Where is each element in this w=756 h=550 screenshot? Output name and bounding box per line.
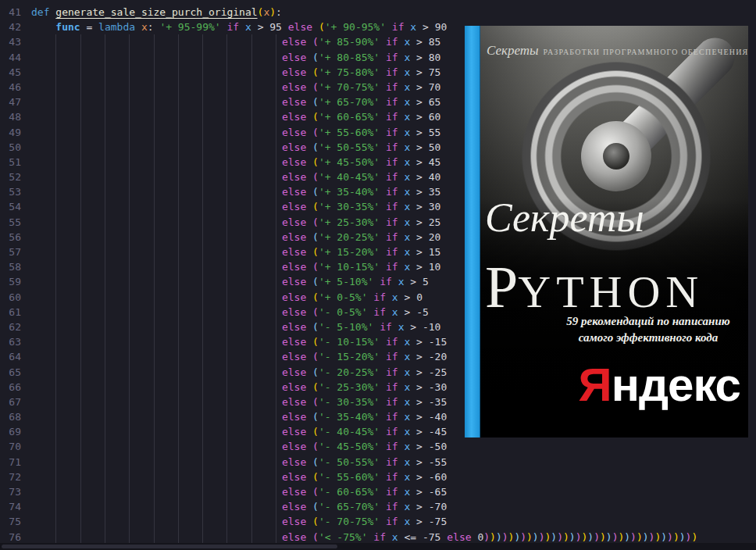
code-token: [306, 321, 312, 333]
line-number[interactable]: 53: [0, 184, 31, 199]
line-number[interactable]: 71: [0, 455, 31, 470]
code-token: lambda: [98, 21, 135, 33]
code-token: '+ 20-25%': [319, 231, 380, 243]
code-token: [392, 321, 398, 333]
line-number[interactable]: 60: [0, 290, 31, 305]
code-token: else: [282, 156, 306, 168]
code-line-72[interactable]: 72 else ('- 55-60%' if x > -60: [0, 470, 756, 484]
line-number[interactable]: 48: [0, 109, 31, 124]
code-token: else: [282, 96, 306, 108]
code-token: [31, 456, 282, 468]
code-token: if: [386, 471, 398, 483]
line-number[interactable]: 76: [0, 530, 31, 545]
code-text: else ('+ 55-60%' if x > 55: [31, 127, 440, 138]
line-number[interactable]: 75: [0, 514, 31, 529]
code-token: else: [282, 426, 306, 438]
line-number[interactable]: 41: [0, 5, 31, 20]
line-number[interactable]: 62: [0, 320, 31, 334]
line-number[interactable]: 68: [0, 409, 31, 424]
code-token: (: [312, 456, 319, 468]
line-number[interactable]: 43: [0, 34, 31, 49]
code-token: [306, 276, 312, 288]
code-token: [31, 36, 282, 48]
code-token: >: [410, 426, 428, 438]
code-line-71[interactable]: 71 else ('- 50-55%' if x > -55: [0, 455, 756, 470]
code-token: [31, 441, 282, 452]
line-number[interactable]: 65: [0, 365, 31, 380]
line-number[interactable]: 42: [0, 20, 31, 34]
line-number[interactable]: 51: [0, 155, 31, 170]
code-token: (: [312, 276, 319, 288]
code-token: [380, 441, 386, 452]
line-number[interactable]: 59: [0, 274, 31, 289]
code-token: [380, 111, 386, 123]
line-number[interactable]: 46: [0, 80, 31, 95]
code-token: -60: [429, 471, 447, 483]
code-token: ): [587, 531, 594, 543]
code-token: else: [282, 456, 306, 468]
line-number[interactable]: 73: [0, 484, 31, 499]
line-number[interactable]: 67: [0, 395, 31, 409]
code-text: else ('+ 10-15%' if x > 10: [31, 261, 440, 273]
code-token: >: [404, 321, 422, 333]
code-token: [306, 291, 312, 303]
code-token: '+ 95-99%': [159, 21, 220, 33]
code-token: [306, 231, 312, 243]
code-token: 25: [429, 216, 441, 228]
line-number[interactable]: 72: [0, 470, 31, 484]
subtitle-line-2: самого эффективного кода: [555, 330, 742, 346]
code-token: '- 40-45%': [319, 426, 380, 438]
line-number[interactable]: 44: [0, 50, 31, 65]
line-number[interactable]: 52: [0, 170, 31, 184]
line-number[interactable]: 58: [0, 259, 31, 274]
line-number[interactable]: 49: [0, 125, 31, 140]
code-token: [312, 21, 319, 33]
code-token: '+ 35-40%': [319, 186, 380, 198]
code-token: [380, 96, 386, 108]
code-token: if: [386, 426, 398, 438]
line-number[interactable]: 56: [0, 230, 31, 245]
code-token: '- 30-35%': [319, 396, 380, 408]
line-number[interactable]: 50: [0, 140, 31, 155]
code-line-75[interactable]: 75 else ('- 70-75%' if x > -75: [0, 514, 756, 529]
code-text: else ('+ 0-5%' if x > 0: [31, 291, 423, 303]
line-number[interactable]: 45: [0, 65, 31, 80]
line-number[interactable]: 64: [0, 349, 31, 364]
code-token: -55: [429, 456, 447, 468]
line-number[interactable]: 63: [0, 334, 31, 349]
code-text: else ('- 35-40%' if x > -40: [31, 411, 447, 423]
code-line-41[interactable]: 41def generate_sale_size_purch_original(…: [0, 5, 756, 20]
line-number[interactable]: 54: [0, 199, 31, 214]
scrollbar-thumb[interactable]: [2, 545, 337, 548]
code-token: [135, 21, 141, 33]
code-line-73[interactable]: 73 else ('- 60-65%' if x > -65: [0, 484, 756, 499]
code-token: >: [410, 216, 428, 228]
code-token: >: [410, 261, 428, 273]
code-token: [380, 366, 386, 378]
code-text: else ('+ 45-50%' if x > 45: [31, 156, 440, 168]
line-number[interactable]: 47: [0, 95, 31, 109]
code-token: >: [410, 471, 428, 483]
line-number[interactable]: 57: [0, 245, 31, 259]
code-token: 60: [429, 111, 441, 123]
line-number[interactable]: 66: [0, 380, 31, 395]
code-token: >: [410, 231, 428, 243]
code-token: '- 20-25%': [319, 366, 380, 378]
line-number[interactable]: 61: [0, 305, 31, 320]
line-number[interactable]: 55: [0, 215, 31, 230]
code-text: else ('- 70-75%' if x > -75: [31, 516, 447, 527]
code-line-76[interactable]: 76 else ('< -75%' if x <= -75 else 0))))…: [0, 530, 756, 545]
line-number[interactable]: 69: [0, 424, 31, 439]
code-token: if: [386, 456, 398, 468]
line-number[interactable]: 74: [0, 499, 31, 514]
code-token: (: [312, 246, 319, 258]
code-token: >: [398, 291, 416, 303]
line-number[interactable]: 70: [0, 439, 31, 454]
horizontal-scrollbar[interactable]: [0, 543, 756, 550]
code-token: ): [563, 531, 569, 543]
code-token: [306, 396, 312, 408]
code-line-74[interactable]: 74 else ('- 65-70%' if x > -70: [0, 499, 756, 514]
code-token: [31, 171, 282, 183]
code-line-70[interactable]: 70 else ('- 45-50%' if x > -50: [0, 439, 756, 454]
code-token: -45: [429, 426, 447, 438]
